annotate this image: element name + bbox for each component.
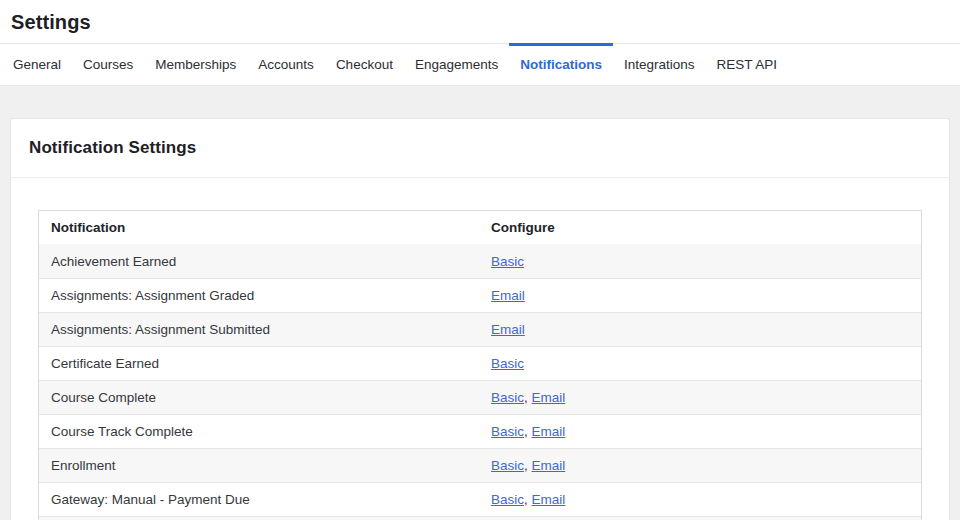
configure-email-link[interactable]: Email [532, 492, 566, 507]
tab-notifications[interactable]: Notifications [509, 44, 613, 85]
tab-integrations[interactable]: Integrations [613, 44, 706, 85]
notifications-table: Notification Configure Achievement Earne… [38, 210, 922, 520]
tab-engagements[interactable]: Engagements [404, 44, 509, 85]
link-separator: , [524, 458, 532, 473]
configure-links: Basic, Email [479, 449, 921, 482]
table-row: Assignments: Assignment SubmittedEmail [39, 312, 921, 346]
configure-basic-link[interactable]: Basic [491, 458, 524, 473]
column-header-notification: Notification [39, 211, 479, 244]
tab-rest-api[interactable]: REST API [706, 44, 789, 85]
table-row: Assignments: Assignment GradedEmail [39, 278, 921, 312]
link-separator: , [524, 424, 532, 439]
table-row: Achievement EarnedBasic [39, 244, 921, 278]
page-title: Settings [0, 0, 960, 43]
table-row: Course CompleteBasic, Email [39, 380, 921, 414]
table-row: EnrollmentBasic, Email [39, 448, 921, 482]
settings-tab-bar: GeneralCoursesMembershipsAccountsCheckou… [0, 43, 960, 86]
configure-email-link[interactable]: Email [491, 288, 525, 303]
tab-memberships[interactable]: Memberships [144, 44, 247, 85]
column-header-configure: Configure [479, 211, 921, 244]
configure-email-link[interactable]: Email [532, 458, 566, 473]
configure-links: Basic, Email [479, 483, 921, 516]
notification-settings-card: Notification Settings Notification Confi… [10, 118, 950, 520]
card-header: Notification Settings [11, 119, 949, 178]
configure-basic-link[interactable]: Basic [491, 424, 524, 439]
link-separator: , [524, 390, 532, 405]
configure-basic-link[interactable]: Basic [491, 356, 524, 371]
notification-name: Achievement Earned [39, 244, 479, 278]
configure-email-link[interactable]: Email [532, 390, 566, 405]
configure-links: Basic, Email [479, 415, 921, 448]
notification-name: Course Track Complete [39, 415, 479, 448]
tab-courses[interactable]: Courses [72, 44, 144, 85]
configure-email-link[interactable]: Email [491, 322, 525, 337]
notification-name: Course Complete [39, 381, 479, 414]
configure-links: Basic [479, 244, 921, 278]
card-title: Notification Settings [29, 138, 196, 158]
configure-basic-link[interactable]: Basic [491, 254, 524, 269]
notifications-table-body: Achievement EarnedBasicAssignments: Assi… [39, 244, 921, 520]
settings-page: Settings GeneralCoursesMembershipsAccoun… [0, 0, 960, 520]
table-row: Gateway: Manual - Payment DueBasic, Emai… [39, 482, 921, 516]
configure-links: Email [479, 279, 921, 312]
configure-links: Basic, Email [479, 381, 921, 414]
link-separator: , [524, 492, 532, 507]
table-wrap: Notification Configure Achievement Earne… [38, 210, 922, 520]
configure-links: Basic [479, 347, 921, 380]
configure-links: Email [479, 313, 921, 346]
notification-name: Gateway: Manual - Payment Due [39, 483, 479, 516]
notification-name: Assignments: Assignment Graded [39, 279, 479, 312]
configure-basic-link[interactable]: Basic [491, 492, 524, 507]
table-row-partial [39, 516, 921, 520]
configure-basic-link[interactable]: Basic [491, 390, 524, 405]
tab-general[interactable]: General [2, 44, 72, 85]
table-row: Certificate EarnedBasic [39, 346, 921, 380]
notification-name: Assignments: Assignment Submitted [39, 313, 479, 346]
table-header-row: Notification Configure [39, 211, 921, 244]
content-area: Notification Settings Notification Confi… [0, 86, 960, 520]
notification-name: Enrollment [39, 449, 479, 482]
notification-name: Certificate Earned [39, 347, 479, 380]
tab-accounts[interactable]: Accounts [247, 44, 325, 85]
tab-checkout[interactable]: Checkout [325, 44, 404, 85]
configure-email-link[interactable]: Email [532, 424, 566, 439]
table-row: Course Track CompleteBasic, Email [39, 414, 921, 448]
